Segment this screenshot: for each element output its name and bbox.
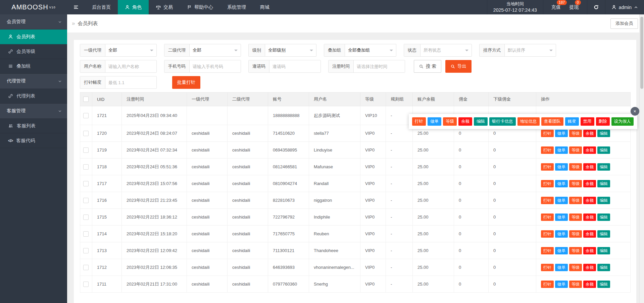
register-time-input[interactable] [354,60,405,72]
phone-input[interactable] [190,60,241,72]
search-button[interactable]: 搜 索 [414,60,441,73]
sidebar-item-stack-group[interactable]: 叠加组 [0,59,67,74]
row-action-button[interactable]: 编辑 [597,146,610,154]
sidebar-group-service-management[interactable]: 客服管理 [0,104,67,119]
scrollbar-thumb[interactable] [640,17,643,89]
filter-level-select[interactable]: 级别 全部级别 [248,44,316,57]
filter-agent1-select[interactable]: 一级代理 全部 [80,44,157,57]
row-checkbox[interactable] [83,181,89,186]
row-action-button[interactable]: 余额 [583,281,596,288]
batch-inject-button[interactable]: 批量打针 [172,76,200,89]
add-member-button[interactable]: 添加会员 [610,18,638,29]
row-action-button[interactable]: 编辑 [597,130,610,137]
row-action-button[interactable]: 等级 [569,130,582,137]
filter-status-select[interactable]: 状态 所有状态 [404,44,472,57]
row-action-button[interactable]: 余额 [583,247,596,254]
row-action-button[interactable]: 做单 [555,281,568,288]
row-action-button[interactable]: 等级 [569,163,582,171]
row-action-button[interactable]: 做单 [555,197,568,204]
close-icon[interactable]: × [631,107,639,116]
row-action-button[interactable]: 编辑 [597,214,610,221]
row-action-button[interactable]: 做单 [555,247,568,254]
filter-stack-group-select[interactable]: 叠加组 全部叠加组 [324,44,396,57]
row-checkbox[interactable] [83,265,89,270]
username-input[interactable] [105,60,156,72]
popup-action-button[interactable]: 查看团队 [541,117,563,126]
row-action-button[interactable]: 等级 [569,214,582,221]
popup-action-button[interactable]: 账变 [565,117,579,126]
sidebar-item-member-level[interactable]: 会员等级 [0,44,67,59]
filter-agent2-select[interactable]: 二级代理 全部 [164,44,241,57]
row-action-button[interactable]: 做单 [555,264,568,271]
sidebar-collapse-button[interactable] [67,0,85,14]
row-checkbox[interactable] [83,282,89,287]
row-action-button[interactable]: 做单 [555,214,568,221]
row-action-button[interactable]: 等级 [569,281,582,288]
row-action-button[interactable]: 余额 [583,214,596,221]
row-action-button[interactable]: 打针 [541,130,554,137]
popup-action-button[interactable]: 余额 [458,117,472,126]
row-action-button[interactable]: 编辑 [597,197,610,204]
sidebar-item-member-list[interactable]: 会员列表 [0,29,67,44]
row-action-button[interactable]: 做单 [555,163,568,171]
row-action-button[interactable]: 等级 [569,247,582,254]
row-action-button[interactable]: 打针 [541,230,554,238]
row-action-button[interactable]: 打针 [541,281,554,288]
row-checkbox[interactable] [83,147,89,153]
invite-code-input[interactable] [269,60,320,72]
row-action-button[interactable]: 打针 [541,264,554,271]
select-all-checkbox[interactable] [83,97,89,102]
row-action-button[interactable]: 做单 [555,130,568,137]
row-action-button[interactable]: 打针 [541,247,554,254]
topnav-item-roles[interactable]: 角色 [118,0,149,14]
row-action-button[interactable]: 等级 [569,230,582,238]
row-action-button[interactable]: 余额 [583,146,596,154]
popup-action-button[interactable]: 做单 [428,117,441,126]
withdraw-link[interactable]: 提现 0 [567,4,581,10]
export-button[interactable]: 导出 [445,60,472,73]
topnav-item-mall[interactable]: 商城 [253,0,277,14]
sidebar-group-agent-management[interactable]: 代理管理 [0,74,67,89]
filter-sort-select[interactable]: 排序方式 默认排序 [479,44,556,57]
topnav-item-system[interactable]: 系统管理 [220,0,253,14]
row-action-button[interactable]: 编辑 [597,281,610,288]
row-checkbox[interactable] [83,198,89,203]
recharge-link[interactable]: 充值 187 [549,4,563,10]
row-action-button[interactable]: 做单 [555,230,568,238]
popup-action-button[interactable]: 禁用 [581,117,594,126]
row-checkbox[interactable] [83,164,89,170]
sidebar-item-service-code[interactable]: </> 客服代码 [0,133,67,148]
row-action-button[interactable]: 打针 [541,214,554,221]
user-menu[interactable]: admin [605,0,644,14]
popup-action-button[interactable]: 打针 [412,117,426,126]
row-action-button[interactable]: 余额 [583,130,596,137]
row-action-button[interactable]: 编辑 [597,163,610,171]
row-action-button[interactable]: 余额 [583,197,596,204]
row-action-button[interactable]: 等级 [569,180,582,187]
row-checkbox[interactable] [83,131,89,136]
row-action-button[interactable]: 做单 [555,180,568,187]
row-action-button[interactable]: 编辑 [597,264,610,271]
inject-range-input[interactable] [105,76,156,88]
row-action-button[interactable]: 等级 [569,264,582,271]
topnav-item-dashboard[interactable]: 后台首页 [85,0,118,14]
row-action-button[interactable]: 打针 [541,180,554,187]
row-checkbox[interactable] [83,231,89,237]
popup-action-button[interactable]: 等级 [443,117,457,126]
row-action-button[interactable]: 编辑 [597,247,610,254]
refresh-button[interactable] [587,0,605,14]
sidebar-item-service-list[interactable]: 客服列表 [0,119,67,133]
row-action-button[interactable]: 打针 [541,163,554,171]
row-checkbox[interactable] [83,248,89,253]
row-action-button[interactable]: 余额 [583,180,596,187]
popup-action-button[interactable]: 设为假人 [611,117,634,126]
vertical-scrollbar[interactable] [639,14,644,303]
row-action-button[interactable]: 余额 [583,230,596,238]
row-checkbox[interactable] [83,113,89,118]
popup-action-button[interactable]: 银行卡信息 [489,117,516,126]
row-action-button[interactable]: 等级 [569,146,582,154]
row-action-button[interactable]: 打针 [541,197,554,204]
row-action-button[interactable]: 余额 [583,264,596,271]
topnav-item-help[interactable]: 帮助中心 [180,0,220,14]
popup-action-button[interactable]: 编辑 [474,117,488,126]
